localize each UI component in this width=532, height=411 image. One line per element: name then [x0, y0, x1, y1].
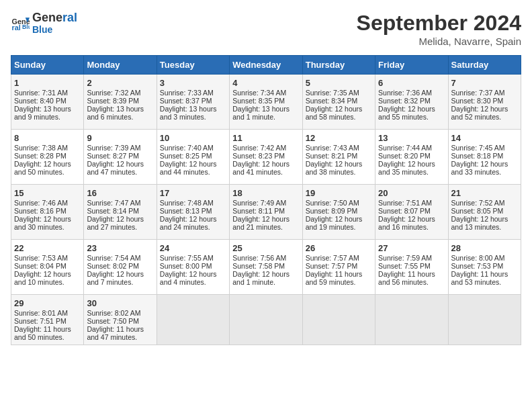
day-number: 6	[378, 78, 445, 88]
calendar-cell: 9Sunrise: 7:39 AMSunset: 8:27 PMDaylight…	[84, 130, 157, 185]
sunset: Sunset: 8:05 PM	[451, 207, 504, 215]
day-number: 15	[14, 188, 81, 198]
calendar-cell: 26Sunrise: 7:57 AMSunset: 7:57 PMDayligh…	[302, 240, 375, 295]
day-number: 17	[160, 188, 226, 198]
calendar-cell: 22Sunrise: 7:53 AMSunset: 8:04 PMDayligh…	[11, 240, 84, 295]
day-number: 1	[14, 78, 81, 88]
calendar-week-2: 8Sunrise: 7:38 AMSunset: 8:28 PMDaylight…	[11, 130, 521, 185]
sunrise: Sunrise: 7:42 AM	[232, 144, 286, 152]
sunset: Sunset: 8:30 PM	[451, 97, 504, 105]
day-number: 9	[87, 133, 153, 143]
calendar-week-5: 29Sunrise: 8:01 AMSunset: 7:51 PMDayligh…	[11, 295, 521, 345]
calendar-table: SundayMondayTuesdayWednesdayThursdayFrid…	[11, 55, 521, 345]
calendar-cell: 14Sunrise: 7:45 AMSunset: 8:18 PMDayligh…	[448, 130, 521, 185]
sunset: Sunset: 8:27 PM	[87, 152, 139, 160]
sunrise: Sunrise: 7:40 AM	[160, 144, 214, 152]
calendar-cell	[375, 295, 448, 345]
sunrise: Sunrise: 7:39 AM	[87, 144, 140, 152]
calendar-week-4: 22Sunrise: 7:53 AMSunset: 8:04 PMDayligh…	[11, 240, 521, 295]
day-number: 14	[451, 133, 518, 143]
daylight: Daylight: 12 hours and 7 minutes.	[87, 270, 144, 286]
day-number: 20	[378, 188, 445, 198]
page-header: Gene ral Blue General Blue September 202…	[11, 11, 521, 47]
location-subtitle: Melida, Navarre, Spain	[357, 36, 521, 47]
daylight: Daylight: 13 hours and 6 minutes.	[87, 105, 144, 121]
daylight: Daylight: 12 hours and 19 minutes.	[306, 215, 363, 231]
sunset: Sunset: 8:02 PM	[87, 262, 139, 270]
daylight: Daylight: 12 hours and 30 minutes.	[14, 215, 71, 231]
daylight: Daylight: 13 hours and 9 minutes.	[14, 105, 71, 121]
logo: Gene ral Blue General Blue	[11, 11, 77, 35]
daylight: Daylight: 13 hours and 1 minute.	[232, 105, 290, 121]
daylight: Daylight: 12 hours and 16 minutes.	[378, 215, 435, 231]
sunrise: Sunrise: 7:56 AM	[232, 254, 286, 262]
day-number: 3	[160, 78, 226, 88]
sunrise: Sunrise: 7:51 AM	[378, 199, 432, 207]
sunset: Sunset: 8:35 PM	[232, 97, 285, 105]
calendar-cell: 4Sunrise: 7:34 AMSunset: 8:35 PMDaylight…	[230, 75, 302, 130]
calendar-cell: 16Sunrise: 7:47 AMSunset: 8:14 PMDayligh…	[84, 185, 157, 240]
sunrise: Sunrise: 7:50 AM	[306, 199, 359, 207]
daylight: Daylight: 12 hours and 4 minutes.	[160, 270, 217, 286]
sunset: Sunset: 8:32 PM	[378, 97, 431, 105]
calendar-header-row: SundayMondayTuesdayWednesdayThursdayFrid…	[11, 56, 521, 75]
sunset: Sunset: 8:23 PM	[232, 152, 285, 160]
sunrise: Sunrise: 7:47 AM	[87, 199, 140, 207]
sunrise: Sunrise: 7:37 AM	[451, 89, 505, 97]
day-number: 28	[451, 243, 518, 253]
calendar-cell: 6Sunrise: 7:36 AMSunset: 8:32 PMDaylight…	[375, 75, 448, 130]
header-day-saturday: Saturday	[448, 56, 521, 75]
calendar-cell	[157, 295, 229, 345]
sunrise: Sunrise: 7:52 AM	[451, 199, 505, 207]
sunset: Sunset: 8:16 PM	[14, 207, 66, 215]
daylight: Daylight: 12 hours and 21 minutes.	[232, 215, 290, 231]
daylight: Daylight: 11 hours and 59 minutes.	[306, 270, 363, 286]
day-number: 29	[14, 298, 81, 308]
sunset: Sunset: 8:39 PM	[87, 97, 139, 105]
sunrise: Sunrise: 7:31 AM	[14, 89, 68, 97]
sunrise: Sunrise: 7:53 AM	[14, 254, 68, 262]
day-number: 22	[14, 243, 81, 253]
sunset: Sunset: 8:00 PM	[160, 262, 212, 270]
day-number: 7	[451, 78, 518, 88]
day-number: 2	[87, 78, 153, 88]
calendar-cell: 7Sunrise: 7:37 AMSunset: 8:30 PMDaylight…	[448, 75, 521, 130]
calendar-week-1: 1Sunrise: 7:31 AMSunset: 8:40 PMDaylight…	[11, 75, 521, 130]
sunset: Sunset: 8:14 PM	[87, 207, 139, 215]
sunrise: Sunrise: 8:01 AM	[14, 309, 68, 317]
sunrise: Sunrise: 7:48 AM	[160, 199, 214, 207]
daylight: Daylight: 11 hours and 50 minutes.	[14, 325, 71, 341]
calendar-cell: 28Sunrise: 8:00 AMSunset: 7:53 PMDayligh…	[448, 240, 521, 295]
calendar-cell: 5Sunrise: 7:35 AMSunset: 8:34 PMDaylight…	[302, 75, 375, 130]
daylight: Daylight: 11 hours and 53 minutes.	[451, 270, 508, 286]
sunrise: Sunrise: 8:02 AM	[87, 309, 140, 317]
title-block: September 2024 Melida, Navarre, Spain	[357, 11, 521, 47]
day-number: 18	[232, 188, 299, 198]
sunrise: Sunrise: 7:44 AM	[378, 144, 432, 152]
calendar-cell: 3Sunrise: 7:33 AMSunset: 8:37 PMDaylight…	[157, 75, 229, 130]
calendar-cell: 19Sunrise: 7:50 AMSunset: 8:09 PMDayligh…	[302, 185, 375, 240]
day-number: 21	[451, 188, 518, 198]
calendar-cell: 18Sunrise: 7:49 AMSunset: 8:11 PMDayligh…	[230, 185, 302, 240]
day-number: 26	[306, 243, 372, 253]
daylight: Daylight: 12 hours and 1 minute.	[232, 270, 290, 286]
sunset: Sunset: 8:20 PM	[378, 152, 431, 160]
sunrise: Sunrise: 7:33 AM	[160, 89, 214, 97]
sunrise: Sunrise: 7:35 AM	[306, 89, 359, 97]
day-number: 30	[87, 298, 153, 308]
calendar-cell: 12Sunrise: 7:43 AMSunset: 8:21 PMDayligh…	[302, 130, 375, 185]
daylight: Daylight: 12 hours and 52 minutes.	[451, 105, 508, 121]
day-number: 12	[306, 133, 372, 143]
calendar-cell: 8Sunrise: 7:38 AMSunset: 8:28 PMDaylight…	[11, 130, 84, 185]
calendar-cell: 20Sunrise: 7:51 AMSunset: 8:07 PMDayligh…	[375, 185, 448, 240]
day-number: 24	[160, 243, 226, 253]
sunset: Sunset: 8:37 PM	[160, 97, 212, 105]
sunrise: Sunrise: 7:32 AM	[87, 89, 140, 97]
sunset: Sunset: 8:04 PM	[14, 262, 66, 270]
daylight: Daylight: 12 hours and 27 minutes.	[87, 215, 144, 231]
sunset: Sunset: 8:25 PM	[160, 152, 212, 160]
sunset: Sunset: 8:11 PM	[232, 207, 285, 215]
day-number: 4	[232, 78, 299, 88]
calendar-cell: 29Sunrise: 8:01 AMSunset: 7:51 PMDayligh…	[11, 295, 84, 345]
calendar-cell: 11Sunrise: 7:42 AMSunset: 8:23 PMDayligh…	[230, 130, 302, 185]
